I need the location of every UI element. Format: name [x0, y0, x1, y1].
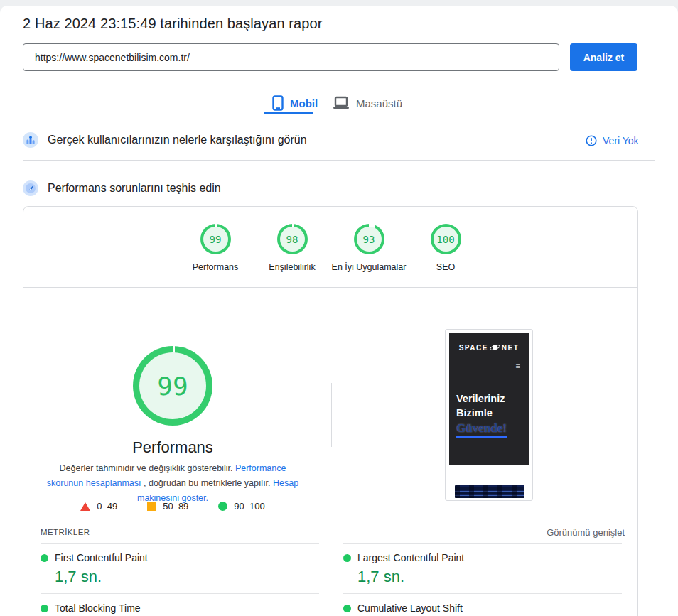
vertical-divider	[331, 383, 332, 447]
diagnose-title: Performans sorunlarını teşhis edin	[48, 182, 221, 195]
legend-range: 0–49	[97, 501, 117, 512]
metric-tbt: Total Blocking Time	[41, 593, 319, 616]
score-label: Erişilebilirlik	[269, 262, 315, 272]
legend-average: 50–89	[147, 501, 188, 512]
page-title: 2 Haz 2024 23:15:49 tarihinden başlayan …	[23, 16, 322, 32]
server-image	[455, 485, 524, 498]
headline-accent: Güvende!	[456, 421, 507, 438]
metrics-grid: First Contentful Paint 1,7 sn. Largest C…	[41, 543, 622, 616]
desktop-icon	[333, 96, 350, 110]
score-performance[interactable]: 99 Performans	[177, 224, 254, 272]
metric-lcp: Largest Contentful Paint 1,7 sn.	[343, 543, 622, 593]
logo-text-left: SPACE	[459, 344, 488, 352]
lighthouse-icon	[23, 180, 38, 196]
report-panel: 2 Haz 2024 23:15:49 tarihinden başlayan …	[0, 6, 678, 616]
performance-gauge: 99	[133, 346, 212, 426]
legend-good: 90–100	[218, 501, 264, 512]
score-ring: 100	[431, 224, 461, 254]
metric-cls: Cumulative Layout Shift	[343, 593, 622, 616]
tab-desktop[interactable]: Masaüstü	[333, 92, 402, 114]
legend-poor: 0–49	[80, 501, 117, 512]
section-divider	[23, 160, 655, 161]
field-data-title: Gerçek kullanıcılarınızın nelerle karşıl…	[48, 134, 307, 146]
square-marker-icon	[147, 502, 156, 511]
active-tab-underline	[264, 112, 313, 114]
score-ring: 93	[354, 224, 384, 254]
headline-line: Bizimle	[456, 406, 507, 420]
performance-gauge-value: 99	[139, 352, 206, 419]
phone-icon	[272, 95, 284, 111]
good-dot-icon	[343, 554, 351, 562]
field-data-status[interactable]: Veri Yok	[586, 135, 639, 146]
performance-gauge-title: Performans	[66, 438, 279, 457]
score-best-practices[interactable]: 93 En İyi Uygulamalar	[330, 224, 407, 272]
score-disclaimer: Değerler tahminidir ve değişiklik göster…	[45, 461, 301, 506]
tab-desktop-label: Masaüstü	[356, 97, 402, 109]
url-input[interactable]	[23, 43, 559, 71]
card-divider	[23, 287, 637, 288]
planet-icon	[490, 343, 500, 352]
score-label: Performans	[193, 262, 239, 272]
score-legend: 0–49 50–89 90–100	[23, 501, 322, 512]
no-data-link: Veri Yok	[603, 135, 639, 146]
circle-marker-icon	[218, 502, 227, 511]
good-dot-icon	[41, 605, 48, 612]
good-dot-icon	[343, 605, 351, 612]
score-ring: 99	[200, 224, 231, 254]
alert-circle-icon	[586, 135, 597, 146]
score-value: 99	[203, 227, 228, 252]
logo-text-right: NET	[502, 344, 520, 352]
legend-range: 90–100	[234, 501, 264, 512]
hamburger-menu-icon: ≡	[516, 362, 520, 370]
headline-line: Verileriniz	[456, 391, 507, 406]
score-label: En İyi Uygulamalar	[332, 262, 407, 272]
score-value: 98	[280, 227, 305, 252]
category-scores-row: 99 Performans 98 Erişilebilirlik 93 En İ…	[23, 224, 637, 272]
score-value: 100	[434, 227, 458, 252]
tab-mobile[interactable]: Mobil	[272, 92, 318, 114]
spacenet-logo: SPACE NET	[449, 343, 529, 352]
diagnose-section: Performans sorunlarını teşhis edin	[23, 180, 221, 196]
metric-value: 1,7 sn.	[357, 568, 622, 586]
lighthouse-report-card: 99 Performans 98 Erişilebilirlik 93 En İ…	[23, 206, 638, 616]
metrics-header: METRİKLER	[41, 528, 90, 536]
metric-label: First Contentful Paint	[55, 552, 148, 563]
triangle-marker-icon	[80, 502, 90, 511]
metric-label: Cumulative Layout Shift	[357, 603, 463, 614]
screenshot-hero: SPACE NET ≡ Verileriniz Bizimle Güvende!	[449, 333, 529, 465]
users-icon	[23, 132, 38, 148]
disclaimer-text: , doğrudan bu metriklerle yapılır.	[141, 478, 274, 488]
score-value: 93	[357, 227, 382, 252]
page-screenshot-thumbnail[interactable]: SPACE NET ≡ Verileriniz Bizimle Güvende!	[445, 329, 533, 501]
score-seo[interactable]: 100 SEO	[407, 224, 484, 272]
metric-label: Total Blocking Time	[55, 603, 141, 614]
score-accessibility[interactable]: 98 Erişilebilirlik	[254, 224, 330, 272]
analyze-button[interactable]: Analiz et	[570, 43, 637, 71]
score-label: SEO	[436, 262, 455, 272]
metric-label: Largest Contentful Paint	[357, 552, 464, 563]
screenshot-headline: Verileriniz Bizimle Güvende!	[456, 391, 507, 438]
metric-value: 1,7 sn.	[55, 568, 319, 586]
legend-range: 50–89	[163, 501, 188, 512]
expand-view-link[interactable]: Görünümü genişlet	[547, 527, 625, 538]
score-ring: 98	[277, 224, 308, 254]
good-dot-icon	[41, 554, 48, 562]
disclaimer-text: Değerler tahminidir ve değişiklik göster…	[60, 463, 235, 473]
field-data-section: Gerçek kullanıcılarınızın nelerle karşıl…	[23, 132, 307, 148]
tab-mobile-label: Mobil	[290, 97, 318, 109]
metric-fcp: First Contentful Paint 1,7 sn.	[41, 543, 319, 593]
